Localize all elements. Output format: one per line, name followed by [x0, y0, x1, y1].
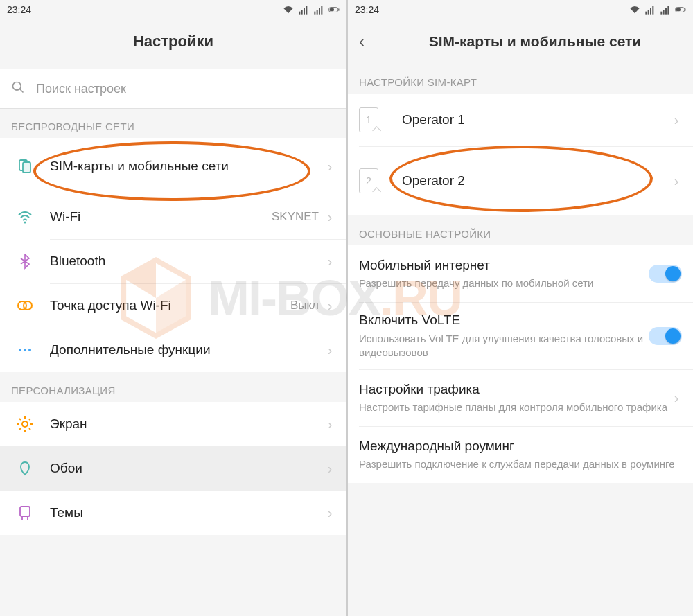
wifi-icon: [283, 4, 294, 15]
item-sublabel: Разрешить подключение к службам передачи…: [359, 457, 682, 471]
item-display[interactable]: Экран ›: [0, 402, 346, 446]
svg-rect-30: [20, 507, 30, 516]
toggle-mobile-data[interactable]: [649, 265, 682, 283]
more-icon: [11, 342, 39, 358]
svg-rect-2: [304, 8, 305, 14]
wifi-icon: [11, 209, 39, 225]
svg-line-28: [19, 428, 21, 430]
item-themes[interactable]: Темы ›: [0, 491, 346, 535]
svg-line-27: [29, 428, 30, 430]
svg-rect-37: [660, 12, 662, 15]
header: ‹ SIM-карты и мобильные сети: [348, 19, 693, 64]
section-wireless: БЕСПРОВОДНЫЕ СЕТИ: [0, 108, 346, 138]
svg-rect-33: [645, 12, 647, 15]
item-label: Operator 2: [402, 173, 671, 190]
item-sublabel: Настроить тарифные планы для контроля мо…: [359, 401, 671, 414]
item-hotspot[interactable]: Точка доступа Wi-Fi Выкл ›: [0, 283, 346, 328]
item-label: Настройки трафика: [359, 381, 671, 398]
svg-rect-43: [676, 8, 681, 12]
item-traffic[interactable]: Настройки трафика Настроить тарифные пла…: [348, 369, 693, 426]
svg-rect-5: [317, 10, 318, 15]
item-label: Bluetooth: [50, 253, 324, 270]
sim-card-icon: 2: [359, 168, 387, 193]
svg-rect-38: [663, 10, 665, 15]
svg-rect-9: [338, 8, 339, 10]
item-value: Выкл: [290, 299, 319, 313]
status-time: 23:24: [355, 4, 379, 15]
svg-rect-4: [314, 12, 315, 15]
svg-rect-10: [330, 8, 334, 12]
section-sim: НАСТРОЙКИ SIM-КАРТ: [348, 64, 693, 94]
svg-point-18: [19, 349, 21, 351]
item-label: Мобильный интернет: [359, 257, 649, 274]
svg-point-11: [13, 82, 21, 91]
search-bar[interactable]: Поиск настроек: [0, 69, 346, 108]
item-sublabel: Использовать VoLTE для улучшения качеств…: [359, 332, 649, 360]
page-title: Настройки: [133, 33, 213, 51]
svg-rect-42: [685, 8, 685, 10]
section-main: ОСНОВНЫЕ НАСТРОЙКИ: [348, 215, 693, 245]
svg-rect-1: [301, 10, 303, 15]
item-label: Темы: [50, 504, 324, 522]
signal-icon: [298, 4, 309, 15]
svg-rect-6: [319, 8, 320, 14]
chevron-right-icon: ›: [324, 159, 335, 175]
page-title: SIM-карты и мобильные сети: [429, 33, 642, 50]
item-sim-cards[interactable]: SIM-карты и мобильные сети ›: [0, 138, 346, 195]
item-more[interactable]: Дополнительные функции ›: [0, 328, 346, 372]
brightness-icon: [11, 416, 39, 432]
settings-screen: 23:24 Настройки Поиск настроек БЕСПРОВОД…: [0, 0, 346, 616]
back-button[interactable]: ‹: [359, 32, 365, 51]
svg-point-19: [24, 349, 26, 351]
search-placeholder: Поиск настроек: [36, 82, 126, 96]
svg-rect-14: [23, 162, 30, 173]
item-wallpaper[interactable]: Обои ›: [0, 446, 346, 491]
item-label: Дополнительные функции: [50, 342, 324, 359]
status-bar: 23:24: [0, 0, 346, 19]
item-sim2[interactable]: 2 Operator 2 ›: [348, 146, 693, 215]
item-bluetooth[interactable]: Bluetooth ›: [0, 239, 346, 283]
svg-rect-35: [650, 8, 651, 14]
item-roaming[interactable]: Международный роуминг Разрешить подключе…: [348, 426, 693, 483]
item-label: Обои: [50, 460, 324, 477]
chevron-right-icon: ›: [324, 461, 335, 477]
chevron-right-icon: ›: [324, 209, 335, 225]
item-label: Operator 1: [402, 112, 671, 129]
item-wifi[interactable]: Wi-Fi SKYNET ›: [0, 195, 346, 239]
search-icon: [11, 80, 25, 97]
hotspot-icon: [11, 297, 39, 314]
sim-card-icon: 1: [359, 107, 387, 132]
chevron-right-icon: ›: [324, 505, 335, 521]
item-label: Wi-Fi: [50, 209, 272, 226]
svg-line-26: [19, 419, 21, 420]
item-sim1[interactable]: 1 Operator 1 ›: [348, 94, 693, 146]
item-mobile-data[interactable]: Мобильный интернет Разрешить передачу да…: [348, 245, 693, 302]
svg-rect-0: [299, 12, 300, 15]
signal-icon: [644, 4, 656, 15]
status-icons: [629, 4, 686, 15]
svg-rect-40: [667, 6, 669, 15]
header: Настройки: [0, 19, 346, 64]
svg-rect-7: [321, 6, 322, 15]
chevron-right-icon: ›: [324, 254, 335, 270]
item-sublabel: Разрешить передачу данных по мобильной с…: [359, 276, 649, 290]
item-volte[interactable]: Включить VoLTE Использовать VoLTE для ул…: [348, 302, 693, 369]
toggle-volte[interactable]: [649, 327, 682, 345]
svg-rect-36: [652, 6, 653, 15]
battery-icon: [328, 4, 340, 15]
signal-icon-2: [660, 4, 671, 15]
chevron-right-icon: ›: [671, 390, 682, 406]
svg-point-15: [24, 222, 26, 224]
svg-point-17: [24, 301, 32, 310]
item-label: Экран: [50, 416, 324, 433]
themes-icon: [11, 504, 39, 521]
sim-dual-icon: [11, 158, 39, 175]
status-icons: [283, 4, 340, 15]
signal-icon-2: [313, 4, 324, 15]
status-bar: 23:24: [348, 0, 693, 19]
chevron-right-icon: ›: [671, 112, 682, 128]
status-time: 23:24: [7, 4, 31, 15]
svg-rect-39: [665, 8, 667, 14]
svg-rect-3: [306, 6, 307, 15]
bluetooth-icon: [11, 253, 39, 270]
